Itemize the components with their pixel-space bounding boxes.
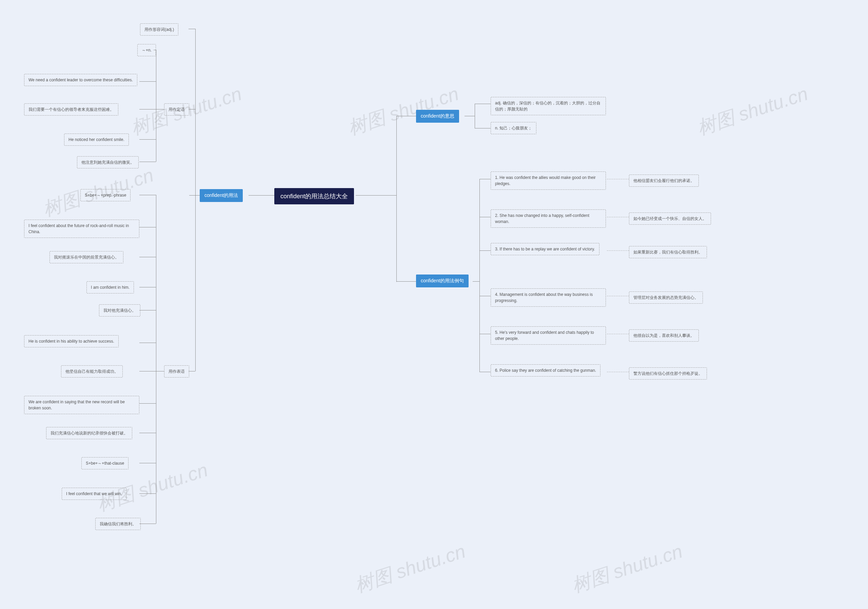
leaf-ex2-zh[interactable]: 如今她已经变成一个快乐、自信的女人。 bbox=[629, 212, 711, 225]
leaf-attr2-en[interactable]: He noticed her confident smile. bbox=[64, 133, 129, 146]
leaf-meaning-n[interactable]: n. 知己；心腹朋友； bbox=[491, 122, 536, 134]
leaf-pred2-en[interactable]: I am confident in him. bbox=[87, 281, 134, 294]
leaf-ex3-zh[interactable]: 如果重新比赛，我们有信心取得胜利。 bbox=[629, 246, 707, 258]
leaf-ex2-en[interactable]: 2. She has now changed into a happy, sel… bbox=[491, 209, 606, 228]
root-node[interactable]: confident的用法总结大全 bbox=[274, 188, 354, 204]
branch-examples[interactable]: confident的用法例句 bbox=[416, 275, 468, 287]
watermark: 树图 shutu.cn bbox=[352, 538, 469, 598]
leaf-meaning-adj[interactable]: adj. 确信的，深信的；有信心的，沉着的；大胆的，过分自信的；厚颜无耻的 bbox=[491, 97, 606, 115]
branch-usage[interactable]: confident的用法 bbox=[200, 189, 243, 202]
watermark: 树图 shutu.cn bbox=[694, 81, 811, 141]
leaf-usage-adj[interactable]: 用作形容词(adj.) bbox=[140, 23, 178, 36]
leaf-usage-attr[interactable]: 用作定语 bbox=[164, 104, 189, 116]
leaf-attr2-zh[interactable]: 他注意到她充满自信的微笑。 bbox=[77, 156, 139, 168]
leaf-that1-zh[interactable]: 我确信我们将胜利。 bbox=[95, 518, 141, 530]
leaf-pred4-en[interactable]: We are confident in saying that the new … bbox=[24, 396, 140, 414]
leaf-pred-prep[interactable]: S+be+～+prep.-phrase bbox=[81, 189, 130, 201]
leaf-ex6-en[interactable]: 6. Police say they are confident of catc… bbox=[491, 364, 600, 377]
leaf-usage-pred[interactable]: 用作表语 bbox=[164, 365, 189, 377]
leaf-attr1-en[interactable]: We need a confident leader to overcome t… bbox=[24, 74, 137, 86]
leaf-pred1-en[interactable]: I feel confident about the future of roc… bbox=[24, 219, 140, 238]
leaf-pred-that[interactable]: S+be+～+that-clause bbox=[81, 457, 129, 469]
leaf-pred3-zh[interactable]: 他坚信自己有能力取得成功。 bbox=[61, 365, 123, 377]
leaf-pred1-zh[interactable]: 我对摇滚乐在中国的前景充满信心。 bbox=[50, 251, 123, 263]
leaf-pred2-zh[interactable]: 我对他充满信心。 bbox=[99, 304, 140, 317]
watermark: 树图 shutu.cn bbox=[569, 538, 686, 598]
leaf-attr-n[interactable]: ～+n. bbox=[137, 44, 156, 56]
leaf-pred4-zh[interactable]: 我们充满信心地说新的纪录很快会被打破。 bbox=[46, 427, 132, 439]
leaf-ex4-zh[interactable]: 管理层对业务发展的态势充满信心。 bbox=[629, 291, 703, 304]
mindmap-canvas: 树图 shutu.cn 树图 shutu.cn 树图 shutu.cn 树图 s… bbox=[0, 0, 868, 609]
leaf-ex1-zh[interactable]: 他相信盟友们会履行他们的承诺。 bbox=[629, 175, 699, 187]
leaf-that1-en[interactable]: I feel confident that we will win. bbox=[62, 488, 127, 500]
leaf-ex6-zh[interactable]: 警方说他们有信心抓住那个持枪歹徒。 bbox=[629, 367, 707, 380]
leaf-ex5-en[interactable]: 5. He's very forward and confident and c… bbox=[491, 326, 606, 345]
leaf-ex3-en[interactable]: 3. If there has to be a replay we are co… bbox=[491, 243, 600, 255]
leaf-ex1-en[interactable]: 1. He was confident the allies would mak… bbox=[491, 172, 606, 190]
leaf-attr1-zh[interactable]: 我们需要一个有信心的领导者来克服这些困难。 bbox=[24, 104, 118, 116]
branch-meaning[interactable]: confident的意思 bbox=[416, 110, 459, 123]
leaf-ex5-zh[interactable]: 他很自以为是，喜欢和别人攀谈。 bbox=[629, 329, 699, 342]
leaf-pred3-en[interactable]: He is confident in his ability to achiev… bbox=[24, 335, 119, 347]
leaf-ex4-en[interactable]: 4. Management is confident about the way… bbox=[491, 288, 606, 307]
